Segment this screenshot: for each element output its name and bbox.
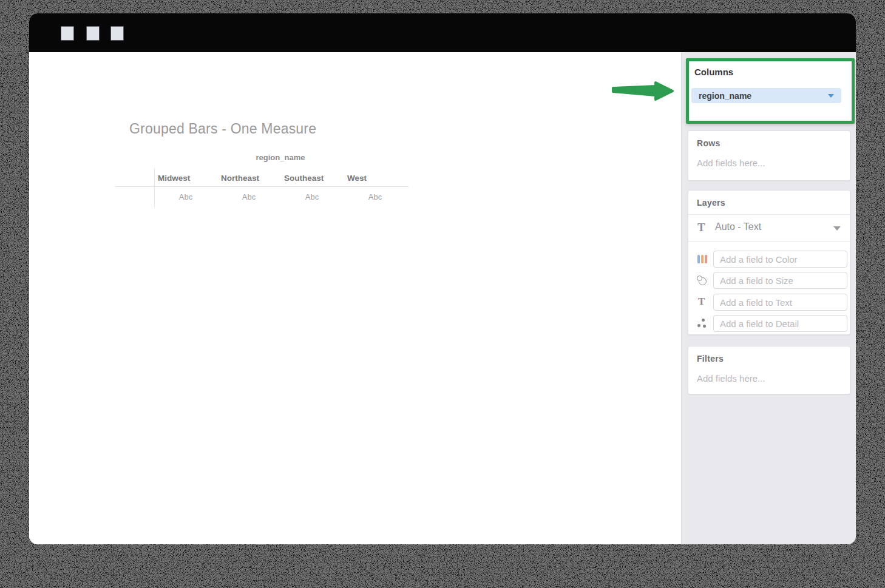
layer-type-selector[interactable]: T Auto - Text [688,215,850,242]
layer-type-value: Auto - Text [715,221,761,232]
visualization-canvas: Grouped Bars - One Measure region_name M… [29,52,681,544]
table-horizontal-rule [115,186,409,187]
region-name-field-pill[interactable]: region_name [691,88,841,103]
color-field-input[interactable] [713,251,847,268]
app-window: Grouped Bars - One Measure region_name M… [29,13,856,544]
color-field-row [688,251,850,268]
rows-panel-label: Rows [697,138,721,148]
rows-dropzone-placeholder: Add fields here... [697,158,765,168]
titlebar-square-icon[interactable] [61,26,74,41]
titlebar-square-icon[interactable] [110,26,124,41]
text-icon: T [697,221,705,234]
table-column-header: Southeast [280,174,344,183]
size-circles-icon [696,274,708,286]
text-field-input[interactable] [713,294,847,311]
green-arrow-annotation-icon [611,79,675,103]
viz-title: Grouped Bars - One Measure [129,120,316,137]
layers-panel: Layers T Auto - Text [688,190,850,335]
table-column-header: Midwest [154,174,217,183]
titlebar [29,13,856,52]
table-group-header: region_name [154,153,407,162]
filters-dropzone-placeholder: Add fields here... [697,373,765,384]
table-cell: Abc [344,192,407,201]
table-cell: Abc [217,192,280,201]
columns-panel-label: Columns [694,67,733,77]
table-cell: Abc [154,192,217,201]
text-icon: T [696,296,708,308]
chevron-down-icon[interactable] [833,226,841,231]
columns-panel-highlighted: Columns region_name [686,58,855,124]
color-bars-icon [696,253,708,265]
rows-panel[interactable]: Rows Add fields here... [688,130,850,181]
field-config-sidebar: Columns region_name Rows Add fields here… [681,52,856,544]
titlebar-square-icon[interactable] [86,26,100,41]
table-column-header: West [344,174,407,183]
text-field-row: T [688,294,850,311]
chevron-down-icon[interactable] [828,94,834,98]
detail-field-row [688,315,850,332]
size-field-row [688,272,850,289]
table-cell: Abc [280,192,344,201]
detail-dots-icon [696,317,708,329]
layers-panel-label: Layers [697,198,725,208]
layers-panel-header: Layers [688,191,850,215]
field-pill-label: region_name [691,91,751,101]
filters-panel-label: Filters [697,354,724,363]
size-field-input[interactable] [713,272,847,289]
detail-field-input[interactable] [713,315,847,332]
filters-panel[interactable]: Filters Add fields here... [688,346,850,394]
table-column-header: Northeast [217,174,280,183]
